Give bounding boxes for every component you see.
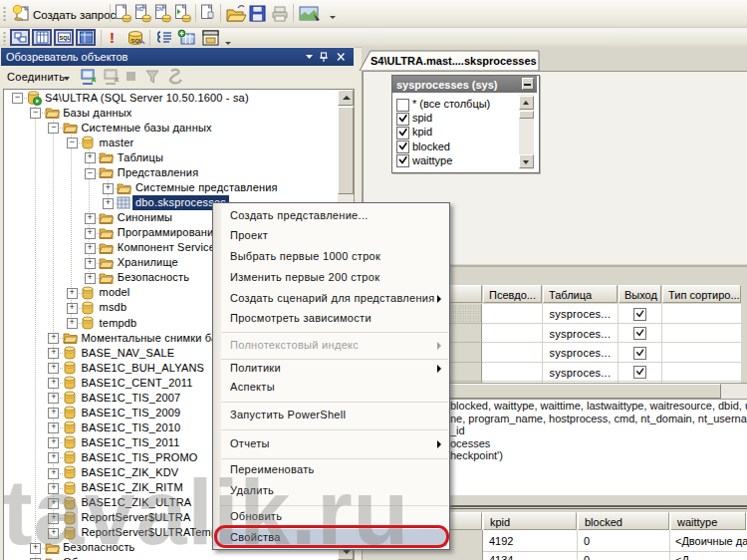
svg-text:SQL: SQL	[60, 35, 72, 41]
svg-text:DM: DM	[156, 7, 163, 12]
svg-text:MD: MD	[136, 7, 144, 12]
